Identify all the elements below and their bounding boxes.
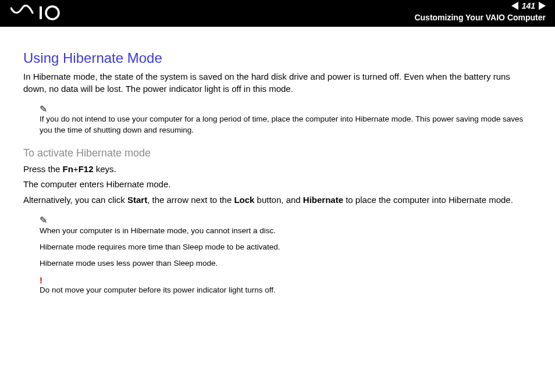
intro-paragraph: In Hibernate mode, the state of the syst… — [23, 71, 532, 95]
next-page-button[interactable] — [539, 2, 546, 10]
note-line: When your computer is in Hibernate mode,… — [40, 226, 532, 236]
vaio-logo — [10, 5, 74, 23]
warning-text: Do not move your computer before its pow… — [40, 286, 276, 294]
page-content: Using Hibernate Mode In Hibernate mode, … — [0, 27, 555, 296]
note-line: Hibernate mode requires more time than S… — [40, 242, 532, 252]
note-block-2: ✎ When your computer is in Hibernate mod… — [40, 214, 532, 269]
svg-point-1 — [46, 6, 59, 19]
section-title: Customizing Your VAIO Computer — [414, 13, 546, 22]
instruction-result: The computer enters Hibernate mode. — [23, 179, 532, 190]
prev-page-button[interactable] — [511, 2, 518, 10]
pencil-icon: ✎ — [40, 214, 532, 227]
triangle-right-icon — [539, 2, 546, 10]
warning-icon: ! — [40, 275, 532, 286]
page-navigator: 141 — [511, 1, 546, 10]
note-block-1: ✎ If you do not intend to use your compu… — [40, 103, 532, 136]
page-number: 141 — [518, 1, 539, 10]
instruction-alternative: Alternatively, you can click Start, the … — [23, 194, 532, 206]
note-text: If you do not intend to use your compute… — [40, 115, 523, 134]
triangle-left-icon — [511, 2, 518, 10]
subheading: To activate Hibernate mode — [23, 146, 532, 160]
svg-rect-0 — [40, 6, 42, 19]
pencil-icon: ✎ — [40, 103, 532, 116]
note-line: Hibernate mode uses less power than Slee… — [40, 258, 532, 269]
page-title: Using Hibernate Mode — [23, 49, 532, 67]
instruction-keys: Press the Fn+F12 keys. — [23, 163, 532, 175]
header-bar: 141 Customizing Your VAIO Computer — [0, 0, 555, 27]
warning-block: ! Do not move your computer before its p… — [40, 275, 532, 295]
